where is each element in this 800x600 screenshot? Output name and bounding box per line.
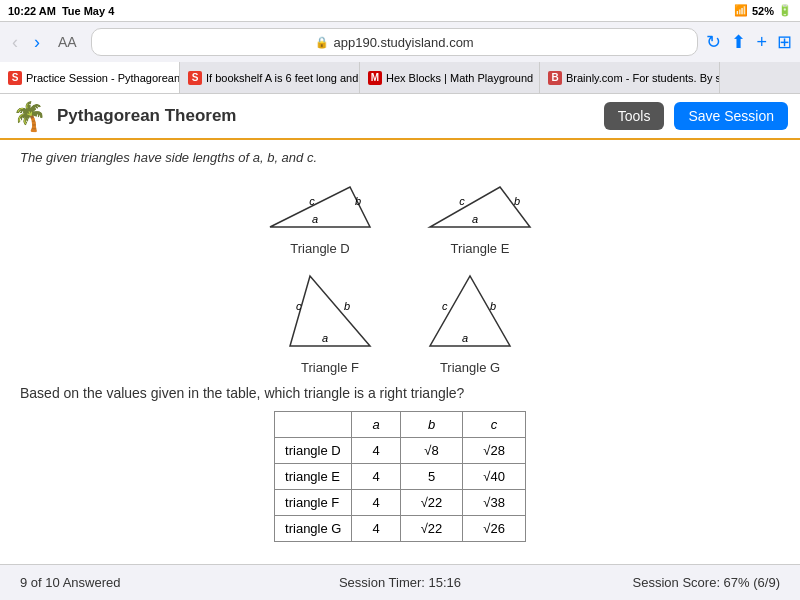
row-f-a: 4 xyxy=(352,490,400,516)
svg-text:b: b xyxy=(514,195,520,207)
row-e-a: 4 xyxy=(352,464,400,490)
svg-text:c: c xyxy=(442,300,448,312)
triangle-e-svg: a c b xyxy=(420,177,540,237)
add-tab-button[interactable]: + xyxy=(756,32,767,53)
triangles-row-1: a c b Triangle D a c b Triangle E xyxy=(20,177,780,256)
col-header-c: c xyxy=(463,412,526,438)
triangle-e-container: a c b Triangle E xyxy=(420,177,540,256)
col-header-a: a xyxy=(352,412,400,438)
answer-choices: A. triangle F B. triangle D C. triangle … xyxy=(20,554,780,564)
time-display: 10:22 AM xyxy=(8,5,56,17)
table-row-d: triangle D 4 √8 √28 xyxy=(275,438,526,464)
question-text: Based on the values given in the table, … xyxy=(20,385,780,401)
reader-button[interactable]: AA xyxy=(52,32,83,52)
tab-favicon-2: S xyxy=(188,71,202,85)
col-header-name xyxy=(275,412,352,438)
share-button[interactable]: ⬆ xyxy=(731,31,746,53)
svg-text:a: a xyxy=(472,213,478,225)
svg-text:b: b xyxy=(355,195,361,207)
tabs-bar: S Practice Session - Pythagorean... S If… xyxy=(0,62,800,94)
svg-marker-8 xyxy=(290,276,370,346)
triangle-f-label: Triangle F xyxy=(301,360,359,375)
tab-bookshelf[interactable]: S If bookshelf A is 6 feet long and... xyxy=(180,62,360,93)
col-header-b: b xyxy=(400,412,463,438)
triangle-g-label: Triangle G xyxy=(440,360,500,375)
svg-text:c: c xyxy=(459,195,465,207)
triangle-g-svg: a c b xyxy=(420,266,520,356)
row-f-b: √22 xyxy=(400,490,463,516)
tab-label-2: If bookshelf A is 6 feet long and... xyxy=(206,72,360,84)
content-area: The given triangles have side lengths of… xyxy=(0,140,800,564)
data-table: a b c triangle D 4 √8 √28 triangle E 4 5… xyxy=(274,411,526,542)
table-row-f: triangle F 4 √22 √38 xyxy=(275,490,526,516)
svg-text:c: c xyxy=(309,195,315,207)
app-title: Pythagorean Theorem xyxy=(57,106,594,126)
save-session-button[interactable]: Save Session xyxy=(674,102,788,130)
triangle-e-label: Triangle E xyxy=(451,241,510,256)
table-wrapper: a b c triangle D 4 √8 √28 triangle E 4 5… xyxy=(20,411,780,542)
svg-text:b: b xyxy=(490,300,496,312)
triangle-f-svg: a c b xyxy=(280,266,380,356)
bottom-bar: 9 of 10 Answered Session Timer: 15:16 Se… xyxy=(0,564,800,600)
date-display: Tue May 4 xyxy=(62,5,114,17)
svg-text:c: c xyxy=(296,300,302,312)
lock-icon: 🔒 xyxy=(315,36,329,49)
battery-icon: 🔋 xyxy=(778,4,792,17)
triangle-d-label: Triangle D xyxy=(290,241,349,256)
svg-text:a: a xyxy=(312,213,318,225)
tab-label-3: Hex Blocks | Math Playground xyxy=(386,72,533,84)
triangle-d-svg: a c b xyxy=(260,177,380,237)
tools-button[interactable]: Tools xyxy=(604,102,665,130)
row-g-b: √22 xyxy=(400,516,463,542)
row-g-name: triangle G xyxy=(275,516,352,542)
tab-practice-session[interactable]: S Practice Session - Pythagorean... xyxy=(0,62,180,93)
session-score: Session Score: 67% (6/9) xyxy=(527,575,780,590)
tabs-button[interactable]: ⊞ xyxy=(777,31,792,53)
table-row-g: triangle G 4 √22 √26 xyxy=(275,516,526,542)
palm-icon: 🌴 xyxy=(12,100,47,133)
address-bar[interactable]: 🔒 app190.studyisland.com xyxy=(91,28,699,56)
svg-marker-4 xyxy=(430,187,530,227)
tab-label-4: Brainly.com - For students. By stu... xyxy=(566,72,720,84)
content-intro: The given triangles have side lengths of… xyxy=(20,150,780,165)
row-d-name: triangle D xyxy=(275,438,352,464)
svg-text:b: b xyxy=(344,300,350,312)
triangle-d-container: a c b Triangle D xyxy=(260,177,380,256)
svg-text:a: a xyxy=(462,332,468,344)
app-header: 🌴 Pythagorean Theorem Tools Save Session xyxy=(0,94,800,140)
table-row-e: triangle E 4 5 √40 xyxy=(275,464,526,490)
row-g-a: 4 xyxy=(352,516,400,542)
wifi-icon: 📶 xyxy=(734,4,748,17)
tab-brainly[interactable]: B Brainly.com - For students. By stu... xyxy=(540,62,720,93)
triangle-g-container: a c b Triangle G xyxy=(420,266,520,375)
session-timer: Session Timer: 15:16 xyxy=(273,575,526,590)
url-display: app190.studyisland.com xyxy=(333,35,473,50)
row-d-c: √28 xyxy=(463,438,526,464)
triangle-f-container: a c b Triangle F xyxy=(280,266,380,375)
row-f-c: √38 xyxy=(463,490,526,516)
tab-label-1: Practice Session - Pythagorean... xyxy=(26,72,180,84)
row-d-b: √8 xyxy=(400,438,463,464)
row-d-a: 4 xyxy=(352,438,400,464)
back-button[interactable]: ‹ xyxy=(8,32,22,53)
row-e-b: 5 xyxy=(400,464,463,490)
svg-text:a: a xyxy=(322,332,328,344)
row-e-name: triangle E xyxy=(275,464,352,490)
row-e-c: √40 xyxy=(463,464,526,490)
tab-favicon-3: M xyxy=(368,71,382,85)
tab-favicon-1: S xyxy=(8,71,22,85)
battery-display: 52% xyxy=(752,5,774,17)
answered-count: 9 of 10 Answered xyxy=(20,575,273,590)
row-g-c: √26 xyxy=(463,516,526,542)
tab-favicon-4: B xyxy=(548,71,562,85)
reload-button[interactable]: ↻ xyxy=(706,31,721,53)
row-f-name: triangle F xyxy=(275,490,352,516)
status-bar: 10:22 AM Tue May 4 📶 52% 🔋 xyxy=(0,0,800,22)
triangles-row-2: a c b Triangle F a c b Triangle G xyxy=(20,266,780,375)
forward-button[interactable]: › xyxy=(30,32,44,53)
svg-marker-0 xyxy=(270,187,370,227)
tab-hex-blocks[interactable]: M Hex Blocks | Math Playground xyxy=(360,62,540,93)
browser-nav-bar: ‹ › AA 🔒 app190.studyisland.com ↻ ⬆ + ⊞ xyxy=(0,22,800,62)
